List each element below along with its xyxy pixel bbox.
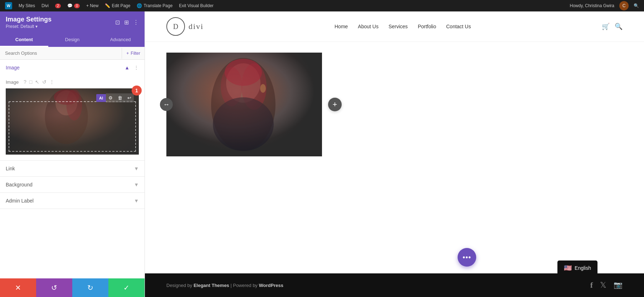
panel-icon-more[interactable]: ⋮ <box>133 19 139 26</box>
twitter-icon[interactable]: 𝕏 <box>600 281 606 290</box>
svg-point-8 <box>225 59 262 86</box>
admin-bar-right: Howdy, Christina Gwira C 🔍 <box>568 1 641 10</box>
panel-icon-resize[interactable]: ⊡ <box>115 19 120 26</box>
search-options-input[interactable] <box>0 47 122 59</box>
nav-about[interactable]: About Us <box>358 24 379 29</box>
footer-brand1[interactable]: Elegant Themes <box>194 283 229 288</box>
section-admin-label: Admin Label ▼ <box>0 193 145 209</box>
undo-toolbar-btn[interactable]: ↩ <box>125 93 134 102</box>
nav-services[interactable]: Services <box>389 24 408 29</box>
exit-builder-label: Exit Visual Builder <box>179 3 214 8</box>
svg-point-9 <box>241 63 267 110</box>
resize-icon: ↔ <box>163 101 170 108</box>
logo-text: divi <box>189 22 204 31</box>
section-background-title: Background <box>6 182 33 188</box>
settings-toolbar-btn[interactable]: ⚙ <box>106 93 115 102</box>
panel-header-icons: ⊡ ⊞ ⋮ <box>115 19 139 26</box>
section-background: Background ▼ <box>0 177 145 193</box>
page-content: + ↔ <box>145 42 644 167</box>
svg-point-2 <box>55 91 77 116</box>
comments-btn[interactable]: 💬 0 <box>65 3 82 8</box>
svg-point-1 <box>45 89 88 144</box>
section-background-header[interactable]: Background ▼ <box>0 177 145 193</box>
ai-toolbar-btn[interactable]: AI <box>96 94 106 102</box>
image-badge: 1 <box>132 86 142 96</box>
help-icon[interactable]: ? <box>24 79 26 85</box>
tab-content[interactable]: Content <box>0 33 48 47</box>
divi-label: Divi <box>42 3 49 8</box>
main-layout: Image Settings Preset: Default ▾ ⊡ ⊞ ⋮ C… <box>0 11 644 297</box>
svg-point-12 <box>260 84 266 93</box>
logo-char: D <box>173 23 178 31</box>
panel-content: Image ▲ ⋮ Image ? □ ↖ ↺ <box>0 60 145 278</box>
svg-point-11 <box>213 97 274 151</box>
reset-icon[interactable]: ↺ <box>42 79 47 85</box>
avatar[interactable]: C <box>619 1 629 10</box>
search-admin-btn[interactable]: 🔍 <box>631 3 641 8</box>
wp-icon-btn[interactable]: W <box>3 2 14 9</box>
resize-handle[interactable]: ↔ <box>160 98 173 111</box>
section-link-arrow[interactable]: ▼ <box>134 166 139 171</box>
footer-text: Designed by Elegant Themes | Powered by … <box>166 283 283 288</box>
redo-button[interactable]: ↻ <box>72 278 108 297</box>
image-section-content: Image ? □ ↖ ↺ ⋮ <box>0 76 145 160</box>
mobile-icon[interactable]: □ <box>29 79 32 85</box>
lang-label: English <box>575 265 591 271</box>
right-content: D divi Home About Us Services Portfolio … <box>145 11 644 297</box>
translate-page-btn[interactable]: 🌐 Translate Page <box>135 3 175 8</box>
section-link-header[interactable]: Link ▼ <box>0 161 145 176</box>
updates-btn[interactable]: 2 <box>53 4 63 8</box>
user-greeting[interactable]: Howdy, Christina Gwira <box>568 3 616 8</box>
nav-home[interactable]: Home <box>335 24 348 29</box>
section-image-more[interactable]: ⋮ <box>134 65 139 70</box>
exit-builder-btn[interactable]: Exit Visual Builder <box>177 3 216 8</box>
divi-btn[interactable]: Divi <box>39 3 51 8</box>
filter-plus-icon: + <box>126 51 129 56</box>
fab-button[interactable]: ••• <box>458 248 476 267</box>
cursor-icon[interactable]: ↖ <box>35 79 39 85</box>
section-admin-label-header[interactable]: Admin Label ▼ <box>0 193 145 209</box>
main-image <box>166 53 322 156</box>
language-badge[interactable]: 🇺🇸 English <box>557 261 597 276</box>
cart-icon-btn[interactable]: 🛒 <box>602 23 610 30</box>
section-image-title: Image <box>6 65 20 70</box>
nav-contact[interactable]: Contact Us <box>446 24 471 29</box>
my-sites-label: My Sites <box>19 3 35 8</box>
main-image-container: + ↔ <box>166 53 322 156</box>
panel-icon-columns[interactable]: ⊞ <box>124 19 129 26</box>
section-admin-label-arrow[interactable]: ▼ <box>134 198 139 204</box>
tab-design[interactable]: Design <box>48 33 97 47</box>
translate-page-label: Translate Page <box>143 3 172 8</box>
left-panel: Image Settings Preset: Default ▾ ⊡ ⊞ ⋮ C… <box>0 11 145 297</box>
section-background-arrow[interactable]: ▼ <box>134 182 139 188</box>
cancel-button[interactable]: ✕ <box>0 278 36 297</box>
undo-button[interactable]: ↺ <box>36 278 72 297</box>
section-image-header[interactable]: Image ▲ ⋮ <box>0 60 145 76</box>
facebook-icon[interactable]: f <box>590 281 593 290</box>
more-icon[interactable]: ⋮ <box>49 79 54 85</box>
save-button[interactable]: ✓ <box>108 278 145 297</box>
my-sites-btn[interactable]: My Sites <box>16 3 37 8</box>
add-icon: + <box>333 100 337 109</box>
footer-separator: | Powered by <box>230 283 259 288</box>
footer-brand2[interactable]: WordPress <box>259 283 283 288</box>
svg-point-3 <box>54 89 79 105</box>
search-icon-btn[interactable]: 🔍 <box>615 23 623 30</box>
section-image-arrow[interactable]: ▲ <box>125 65 130 70</box>
footer-icons: f 𝕏 📷 <box>590 281 623 290</box>
filter-button[interactable]: + Filter <box>122 48 145 59</box>
delete-toolbar-btn[interactable]: 🗑 <box>115 93 125 102</box>
panel-preset[interactable]: Preset: Default ▾ <box>6 24 52 29</box>
image-field-row: Image ? □ ↖ ↺ ⋮ <box>6 79 139 85</box>
image-preview-container: AI ⚙ 🗑 ↩ 1 <box>6 88 139 155</box>
image-field-label: Image <box>6 79 20 85</box>
nav-portfolio[interactable]: Portfolio <box>418 24 436 29</box>
fab-icon: ••• <box>463 253 471 262</box>
comments-badge: 0 <box>74 4 80 8</box>
new-btn[interactable]: + New <box>84 3 101 8</box>
edit-page-btn[interactable]: ✏️ Edit Page <box>103 3 132 8</box>
svg-rect-5 <box>166 53 322 156</box>
instagram-icon[interactable]: 📷 <box>614 281 623 290</box>
add-content-button[interactable]: + <box>328 98 342 111</box>
tab-advanced[interactable]: Advanced <box>96 33 145 47</box>
